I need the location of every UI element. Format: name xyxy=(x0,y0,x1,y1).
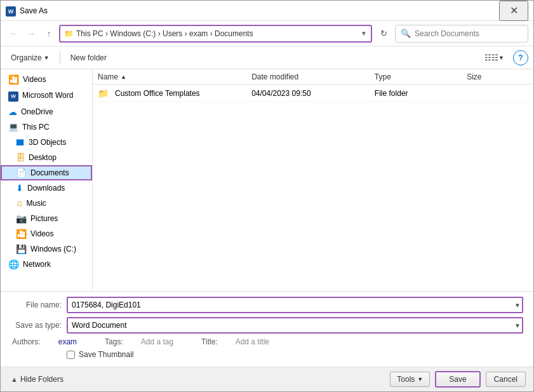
file-list-header: Name ▲ Date modified Type Size xyxy=(93,69,533,84)
organize-chevron-icon: ▼ xyxy=(44,55,50,61)
sidebar-item-this-pc[interactable]: 💻 This PC xyxy=(1,119,92,135)
sort-arrow-icon: ▲ xyxy=(121,74,126,80)
cancel-button[interactable]: Cancel xyxy=(486,372,526,387)
sidebar-item-desktop[interactable]: 🗄 Desktop xyxy=(1,150,92,165)
sidebar-label-word: Microsoft Word xyxy=(22,91,73,100)
file-name-cell: 📁 Custom Office Templates xyxy=(98,88,251,98)
search-box: 🔍 xyxy=(395,25,528,43)
view-chevron-icon: ▼ xyxy=(498,55,504,61)
file-type-cell: File folder xyxy=(375,89,467,98)
sidebar-label-videos-top: Videos xyxy=(23,75,46,84)
sidebar-item-onedrive[interactable]: ☁ OneDrive xyxy=(1,104,92,119)
help-button[interactable]: ? xyxy=(513,50,528,65)
app-icon: W xyxy=(6,6,16,16)
address-bar-dropdown-icon[interactable]: ▼ xyxy=(361,30,367,37)
word-icon: W xyxy=(8,90,18,102)
sidebar-item-3d-objects[interactable]: ⯀ 3D Objects xyxy=(1,135,92,150)
tags-label: Tags: xyxy=(105,337,123,346)
back-button[interactable]: ← xyxy=(6,26,21,41)
col-name-label: Name xyxy=(98,72,118,81)
tools-button[interactable]: Tools ▼ xyxy=(390,372,430,387)
file-name-input[interactable] xyxy=(67,297,523,313)
table-row[interactable]: 📁 Custom Office Templates 04/04/2023 09:… xyxy=(93,84,533,102)
file-date-cell: 04/04/2023 09:50 xyxy=(251,89,375,98)
window-title: Save As xyxy=(20,6,499,15)
onedrive-icon: ☁ xyxy=(8,107,17,117)
videos2-icon: 🎦 xyxy=(16,229,27,239)
hide-folders-chevron-icon: ▲ xyxy=(11,375,18,383)
meta-row: Authors: exam Tags: Add a tag Title: Add… xyxy=(11,337,523,346)
authors-label: Authors: xyxy=(12,337,41,346)
forward-button[interactable]: → xyxy=(23,26,39,41)
folder-icon: 📁 xyxy=(98,88,109,98)
sidebar-label-videos-bottom: Videos xyxy=(30,229,53,238)
desktop-icon: 🗄 xyxy=(16,152,25,163)
sidebar-item-network[interactable]: 🌐 Network xyxy=(1,257,92,272)
toolbar-row: Organize ▼ New folder ☷☷ ▼ ? xyxy=(1,46,533,69)
sidebar-item-videos-top[interactable]: 🎦 Videos xyxy=(1,72,92,87)
search-icon: 🔍 xyxy=(401,29,411,38)
address-bar[interactable]: 📁 This PC › Windows (C:) › Users › exam … xyxy=(59,25,372,43)
file-name-label: Custom Office Templates xyxy=(115,89,200,98)
footer: ▲ Hide Folders Tools ▼ Save Cancel xyxy=(1,367,533,391)
sidebar-label-desktop: Desktop xyxy=(29,153,57,162)
main-area: 🎦 Videos W Microsoft Word ☁ OneDrive 💻 T… xyxy=(1,69,533,291)
view-icon: ☷☷ xyxy=(484,53,498,62)
sidebar-label-pictures: Pictures xyxy=(30,214,58,223)
save-as-type-wrap: Word Document Word 97-2003 Document PDF … xyxy=(67,317,523,334)
save-thumbnail-label: Save Thumbnail xyxy=(79,350,134,359)
col-header-size[interactable]: Size xyxy=(467,72,528,81)
col-header-type[interactable]: Type xyxy=(375,72,467,81)
3d-icon: ⯀ xyxy=(16,137,25,147)
file-name-label: File name: xyxy=(11,301,62,309)
sidebar-item-videos-bottom[interactable]: 🎦 Videos xyxy=(1,226,92,241)
sidebar-label-this-pc: This PC xyxy=(22,123,50,132)
refresh-button[interactable]: ↻ xyxy=(375,25,392,43)
file-name-row: File name: ▼ xyxy=(11,297,523,313)
sidebar-item-windows-c[interactable]: 💾 Windows (C:) xyxy=(1,241,92,257)
sidebar-item-downloads[interactable]: ⬇ Downloads xyxy=(1,180,92,196)
search-input[interactable] xyxy=(415,29,523,38)
col-header-date[interactable]: Date modified xyxy=(251,72,375,81)
thispc-icon: 💻 xyxy=(8,122,18,132)
word-logo: W xyxy=(6,6,16,17)
col-header-name[interactable]: Name ▲ xyxy=(98,72,251,81)
tags-value[interactable]: Add a tag xyxy=(141,337,173,346)
sidebar-item-documents[interactable]: 📄 Documents xyxy=(1,165,92,180)
network-icon: 🌐 xyxy=(8,259,19,269)
hide-folders-label: Hide Folders xyxy=(20,375,63,384)
view-button[interactable]: ☷☷ ▼ xyxy=(481,51,508,65)
save-as-window: W Save As ✕ ← → ↑ 📁 This PC › Windows (C… xyxy=(0,0,534,392)
sidebar-label-3d: 3D Objects xyxy=(29,138,66,147)
hide-folders-button[interactable]: ▲ Hide Folders xyxy=(8,374,66,385)
drive-icon: 💾 xyxy=(16,244,27,254)
tools-chevron-icon: ▼ xyxy=(417,376,423,382)
up-button[interactable]: ↑ xyxy=(41,26,57,41)
downloads-icon: ⬇ xyxy=(16,183,23,193)
file-name-input-wrap: ▼ xyxy=(67,297,523,313)
sidebar-item-pictures[interactable]: 📷 Pictures xyxy=(1,211,92,226)
authors-value[interactable]: exam xyxy=(58,337,77,346)
sidebar-label-network: Network xyxy=(23,260,51,269)
cancel-label: Cancel xyxy=(494,375,517,384)
organize-label: Organize xyxy=(11,53,42,62)
organize-button[interactable]: Organize ▼ xyxy=(6,51,55,65)
videos-icon: 🎦 xyxy=(8,74,19,84)
sidebar-item-music[interactable]: ♫ Music xyxy=(1,196,92,211)
documents-icon: 📄 xyxy=(16,168,27,178)
title-bar: W Save As ✕ xyxy=(1,1,533,21)
close-button[interactable]: ✕ xyxy=(499,1,528,21)
sidebar-label-downloads: Downloads xyxy=(27,184,65,193)
address-row: ← → ↑ 📁 This PC › Windows (C:) › Users ›… xyxy=(1,21,533,46)
file-list: Name ▲ Date modified Type Size 📁 Custom … xyxy=(93,69,533,291)
tools-label: Tools xyxy=(397,375,415,384)
save-button[interactable]: Save xyxy=(435,371,480,388)
save-thumbnail-row: Save Thumbnail xyxy=(67,350,523,359)
title-value[interactable]: Add a title xyxy=(236,337,269,346)
sidebar-item-microsoft-word[interactable]: W Microsoft Word xyxy=(1,87,92,104)
save-as-type-select[interactable]: Word Document Word 97-2003 Document PDF … xyxy=(67,317,523,334)
new-folder-button[interactable]: New folder xyxy=(65,51,112,65)
toolbar-separator xyxy=(60,51,60,64)
music-icon: ♫ xyxy=(16,198,23,208)
save-thumbnail-checkbox[interactable] xyxy=(67,351,75,359)
